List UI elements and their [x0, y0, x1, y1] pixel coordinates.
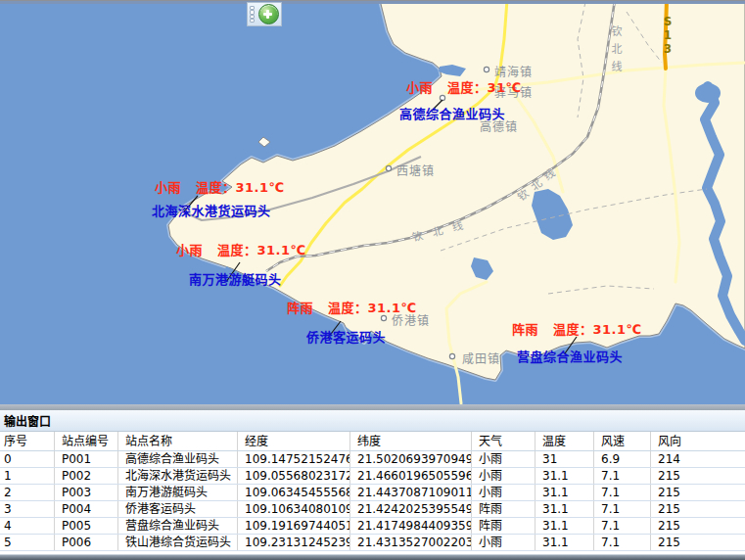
table-cell: P004: [55, 501, 118, 517]
table-cell: 6.9: [594, 451, 651, 467]
table-cell: 7.1: [594, 535, 651, 550]
table-row[interactable]: 0 P001 高德综合渔业码头 109.147521524769 21.5020…: [0, 451, 745, 468]
table-cell: 21.4660196505596: [350, 468, 472, 484]
weather-condition: 阵雨: [287, 301, 313, 315]
column-header[interactable]: 纬度: [350, 432, 472, 450]
column-header[interactable]: 温度: [535, 432, 594, 450]
table-cell: 营盘综合渔业码头: [118, 518, 238, 534]
table-cell: 4: [0, 518, 55, 534]
wharf-name-label: 侨港客运码头: [306, 327, 386, 346]
column-header[interactable]: 天气: [472, 432, 535, 450]
table-cell: 高德综合渔业码头: [118, 451, 238, 467]
table-cell: 31.1: [535, 485, 594, 500]
wharf-name-label: 高德综合渔业码头: [399, 104, 505, 122]
table-cell: 21.4437087109011: [350, 485, 472, 500]
panel-title-bar: 输出窗口: [0, 410, 745, 432]
wharf-name-label: 营盘综合渔业码头: [517, 347, 623, 365]
table-row[interactable]: 1 P002 北海深水港货运码头 109.055680231721 21.466…: [0, 468, 745, 485]
weather-condition: 小雨: [176, 243, 203, 257]
table-cell: 215: [651, 518, 745, 534]
table-row[interactable]: 5 P006 铁山港综合货运码头 109.231312452397 21.431…: [0, 535, 745, 551]
table-cell: 21.5020693970949: [350, 451, 472, 467]
weather-temperature: 温度：31.1℃: [328, 301, 417, 315]
table-cell: 5: [0, 535, 55, 550]
table-cell: 215: [651, 535, 745, 550]
table-cell: 109.191697440519: [238, 518, 350, 534]
column-header[interactable]: 序号: [0, 432, 55, 450]
table-cell: 0: [0, 451, 55, 467]
sign-char: 1: [661, 28, 675, 42]
table-cell: 215: [651, 468, 745, 484]
column-header[interactable]: 风向: [651, 432, 745, 450]
weather-temperature: 温度：31.1℃: [196, 180, 285, 195]
column-header[interactable]: 风速: [594, 432, 651, 450]
sign-char: S: [661, 15, 675, 28]
map-toolbar: [247, 2, 282, 26]
table-cell: 21.4242025395549: [350, 501, 472, 517]
wharf-name-label: 北海深水港货运码头: [152, 201, 271, 219]
weather-temperature: 温度：31.1℃: [553, 322, 642, 337]
weather-condition: 阵雨: [512, 322, 538, 337]
table-cell: P006: [55, 535, 118, 550]
table-cell: 215: [651, 501, 745, 517]
panel-title: 输出窗口: [0, 412, 51, 429]
table-cell: 2: [0, 485, 55, 500]
table-cell: 214: [651, 451, 745, 467]
weather-annotation: 小雨温度：31℃: [406, 77, 522, 96]
window-top-edge: [0, 0, 745, 4]
column-header[interactable]: 站点编号: [55, 432, 118, 450]
table-cell: 109.147521524769: [238, 451, 350, 467]
window-bottom-edge: [0, 554, 745, 560]
weather-condition: 小雨: [406, 80, 433, 95]
toolbar-grip-handle[interactable]: [249, 5, 256, 23]
weather-annotation: 小雨温度：31.1℃: [176, 240, 306, 258]
table-cell: 109.106340801095: [238, 501, 350, 517]
weather-condition: 小雨: [155, 180, 181, 195]
table-cell: 109.063454555683: [238, 485, 350, 500]
table-cell: 31.1: [535, 535, 594, 550]
table-row[interactable]: 2 P003 南万港游艇码头 109.063454555683 21.44370…: [0, 485, 745, 501]
table-cell: 3: [0, 501, 55, 517]
railway-name-label: 钦北线: [607, 25, 623, 78]
map-canvas[interactable]: S 1 3 钦北线 钦北线 钦北线 靖海镇 驿马镇 高德镇 西塘镇 侨港镇 咸田…: [0, 0, 745, 404]
table-cell: 7.1: [594, 485, 651, 500]
table-cell: 阵雨: [472, 501, 535, 517]
column-header[interactable]: 经度: [238, 432, 350, 450]
table-cell: 铁山港综合货运码头: [118, 535, 238, 550]
table-cell: 小雨: [472, 535, 535, 550]
table-cell: 小雨: [472, 451, 535, 467]
weather-temperature: 温度：31℃: [447, 80, 522, 95]
table-cell: 21.4313527002203: [350, 535, 472, 550]
table-cell: 21.4174984409359: [350, 518, 472, 534]
table-cell: P003: [55, 485, 118, 500]
table-cell: P001: [55, 451, 118, 467]
town-label-xiantian: 咸田镇: [462, 350, 500, 366]
table-cell: P005: [55, 518, 118, 534]
sign-char: 3: [661, 42, 675, 56]
column-header[interactable]: 站点名称: [118, 432, 238, 450]
output-panel: 输出窗口 序号 站点编号 站点名称 经度 纬度 天气 温度 风速 风向 0 P0…: [0, 404, 745, 560]
table-cell: 7.1: [594, 518, 651, 534]
town-label-xitang: 西塘镇: [396, 162, 435, 178]
station-data-grid: 序号 站点编号 站点名称 经度 纬度 天气 温度 风速 风向 0 P001 高德…: [0, 432, 745, 551]
weather-annotation: 阵雨温度：31.1℃: [512, 319, 642, 338]
table-cell: 小雨: [472, 485, 535, 500]
grid-header-row: 序号 站点编号 站点名称 经度 纬度 天气 温度 风速 风向: [0, 432, 745, 451]
table-cell: 7.1: [594, 468, 651, 484]
table-cell: 南万港游艇码头: [118, 485, 238, 500]
table-cell: 31: [535, 451, 594, 467]
weather-temperature: 温度：31.1℃: [217, 243, 306, 257]
table-cell: 侨港客运码头: [118, 501, 238, 517]
add-button[interactable]: [258, 4, 279, 24]
gis-application-window: S 1 3 钦北线 钦北线 钦北线 靖海镇 驿马镇 高德镇 西塘镇 侨港镇 咸田…: [0, 0, 745, 560]
table-cell: 109.231312452397: [238, 535, 350, 550]
weather-annotation: 阵雨温度：31.1℃: [287, 298, 417, 316]
wharf-name-label: 南万港游艇码头: [189, 269, 282, 288]
table-cell: 31.1: [535, 518, 594, 534]
table-cell: 阵雨: [472, 518, 535, 534]
weather-annotation: 小雨温度：31.1℃: [155, 177, 285, 196]
table-row[interactable]: 4 P005 营盘综合渔业码头 109.191697440519 21.4174…: [0, 518, 745, 535]
table-row[interactable]: 3 P004 侨港客运码头 109.106340801095 21.424202…: [0, 501, 745, 518]
table-cell: 31.1: [535, 468, 594, 484]
table-cell: P002: [55, 468, 118, 484]
